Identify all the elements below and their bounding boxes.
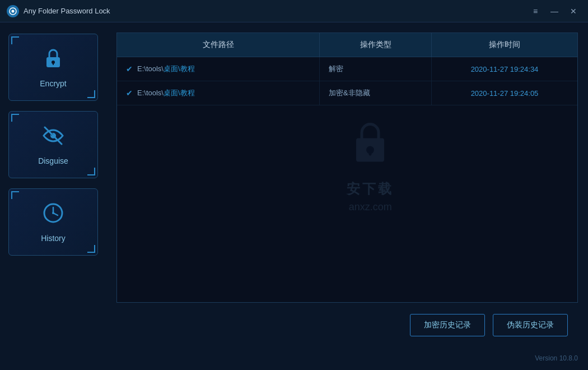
app-icon: [7, 5, 19, 17]
encrypt-history-button[interactable]: 加密历史记录: [410, 314, 485, 336]
app-title: Any Folder Password Lock: [24, 7, 528, 15]
row2-operation: 加密&非隐藏: [320, 81, 432, 105]
row1-operation: 解密: [320, 57, 432, 81]
eye-icon: [42, 124, 64, 152]
row2-time: 2020-11-27 19:24:05: [432, 81, 577, 105]
row2-path-normal: E:\tools\: [137, 89, 164, 97]
sidebar-item-disguise[interactable]: Disguise: [8, 111, 98, 178]
row1-path-normal: E:\tools\: [137, 64, 164, 73]
content-area: 文件路径 操作类型 操作时间 ✔ E:\tools\桌面\教程: [106, 22, 588, 348]
window-controls: ≡ — ✕: [528, 6, 581, 17]
row1-path: E:\tools\桌面\教程: [137, 64, 195, 74]
table-row[interactable]: ✔ E:\tools\桌面\教程 解密 2020-11-27 19:24:34: [117, 57, 577, 81]
clock-icon: [42, 202, 64, 229]
menu-button[interactable]: ≡: [528, 6, 543, 17]
content-wrapper: 文件路径 操作类型 操作时间 ✔ E:\tools\桌面\教程: [116, 33, 578, 303]
row1-path-highlight: 桌面\教程: [164, 64, 195, 73]
row1-check: ✔: [126, 64, 133, 73]
disguise-label: Disguise: [38, 156, 68, 165]
footer-area: 加密历史记录 伪装历史记录: [116, 303, 578, 348]
minimize-button[interactable]: —: [547, 6, 562, 17]
encrypt-label: Encrypt: [40, 79, 66, 88]
table-row[interactable]: ✔ E:\tools\桌面\教程 加密&非隐藏 2020-11-27 19:24…: [117, 81, 577, 105]
history-table: 文件路径 操作类型 操作时间 ✔ E:\tools\桌面\教程: [116, 33, 578, 303]
row2-path-cell: ✔ E:\tools\桌面\教程: [117, 81, 320, 105]
version-text: Version 10.8.0: [535, 354, 578, 362]
lock-icon: [42, 47, 64, 75]
row2-check: ✔: [126, 89, 133, 98]
main-layout: Encrypt Disguise: [0, 22, 588, 348]
svg-point-10: [52, 212, 54, 214]
row2-path: E:\tools\桌面\教程: [137, 88, 195, 98]
sidebar-item-history[interactable]: History: [8, 188, 98, 256]
row2-path-highlight: 桌面\教程: [164, 89, 195, 97]
header-time: 操作时间: [432, 33, 577, 57]
table-body: ✔ E:\tools\桌面\教程 解密 2020-11-27 19:24:34: [117, 57, 577, 105]
close-button[interactable]: ✕: [566, 6, 581, 17]
sidebar: Encrypt Disguise: [0, 22, 106, 348]
table-header: 文件路径 操作类型 操作时间: [117, 33, 577, 57]
sidebar-item-encrypt[interactable]: Encrypt: [8, 34, 98, 101]
disguise-history-button[interactable]: 伪装历史记录: [493, 314, 568, 336]
history-label: History: [41, 234, 66, 243]
row1-time: 2020-11-27 19:24:34: [432, 57, 577, 81]
title-bar: Any Folder Password Lock ≡ — ✕: [0, 0, 588, 22]
svg-rect-4: [53, 62, 54, 65]
svg-point-1: [12, 10, 15, 12]
header-operation: 操作类型: [320, 33, 432, 57]
row1-path-cell: ✔ E:\tools\桌面\教程: [117, 57, 320, 81]
header-path: 文件路径: [117, 33, 320, 57]
